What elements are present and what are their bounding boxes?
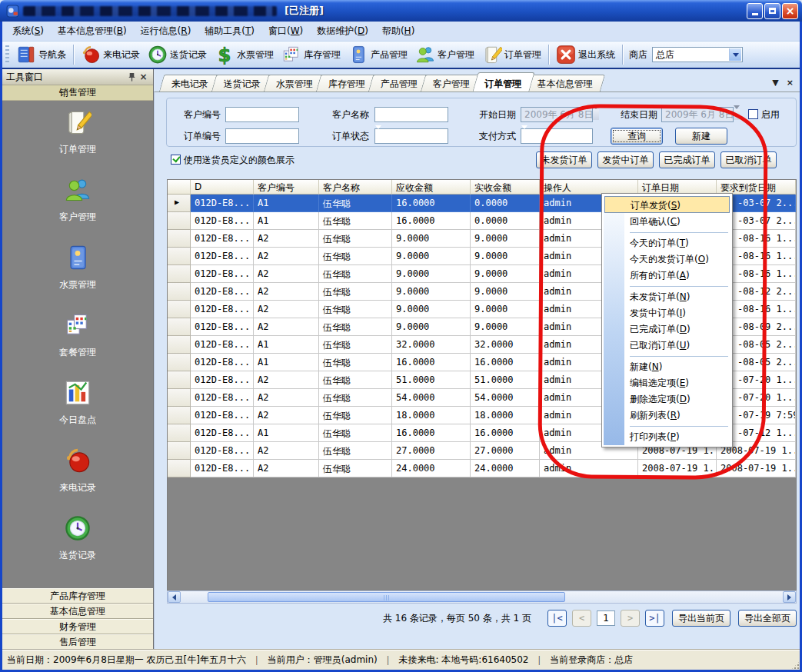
minimize-icon[interactable]	[747, 3, 763, 19]
column-header[interactable]: 客户名称	[319, 180, 392, 195]
context-menu-item-已完成订单[interactable]: 已完成订单(D)	[604, 321, 730, 338]
row-selector-cell[interactable]: ▶	[168, 195, 191, 212]
cell-customer_no[interactable]: A2	[254, 318, 319, 336]
context-menu-item-打印列表[interactable]: 打印列表(P)	[604, 429, 730, 445]
cell-received[interactable]: 51.0000	[471, 371, 540, 389]
sidebar-item-送货记录[interactable]: 送货记录	[2, 514, 153, 582]
toolbar-button-card[interactable]: 产品管理	[344, 43, 411, 66]
cell-id[interactable]: 012D-E8...	[191, 424, 254, 442]
status-filter-button-已取消订单[interactable]: 已取消订单	[720, 151, 777, 168]
cell-customer_no[interactable]: A2	[254, 248, 319, 265]
menu-item-t[interactable]: 辅助工具(T)	[198, 22, 261, 41]
toolbar-button-exit[interactable]: 退出系统	[552, 43, 619, 66]
row-selector-cell[interactable]	[168, 318, 191, 336]
cell-id[interactable]: 012D-E8...	[191, 460, 254, 477]
cell-customer_name[interactable]: 伍华聪	[319, 283, 392, 301]
scrollbar-thumb[interactable]	[208, 592, 565, 602]
cell-customer_no[interactable]: A2	[254, 389, 319, 407]
prev-page-button[interactable]: <	[572, 610, 591, 627]
toolbar-grip[interactable]	[5, 45, 9, 64]
customer-no-input[interactable]	[225, 107, 299, 122]
cell-receivable[interactable]: 16.0000	[392, 354, 471, 371]
cell-customer_no[interactable]: A2	[254, 230, 319, 248]
cell-receivable[interactable]: 9.0000	[392, 318, 471, 336]
cell-id[interactable]: 012D-E8...	[191, 389, 254, 407]
cell-customer_name[interactable]: 伍华聪	[319, 230, 392, 248]
menu-item-h[interactable]: 帮助(H)	[375, 22, 421, 41]
cell-customer_name[interactable]: 伍华聪	[319, 442, 392, 460]
cell-receivable[interactable]: 54.0000	[392, 389, 471, 407]
cell-received[interactable]: 9.0000	[471, 301, 540, 318]
toolbar-button-dollar[interactable]: $水票管理	[211, 43, 278, 66]
first-page-button[interactable]: |<	[547, 610, 567, 627]
sidebar-section-财务管理[interactable]: 财务管理	[2, 619, 153, 634]
sidebar-section-基本信息管理[interactable]: 基本信息管理	[2, 604, 153, 619]
last-page-button[interactable]: >|	[645, 610, 664, 627]
cell-customer_no[interactable]: A2	[254, 283, 319, 301]
cell-customer_name[interactable]: 伍华聪	[319, 407, 392, 424]
sidebar-item-订单管理[interactable]: 订单管理	[2, 108, 153, 176]
menu-item-b[interactable]: 基本信息管理(B)	[51, 22, 134, 41]
cell-received[interactable]: 16.0000	[471, 354, 540, 371]
cell-receivable[interactable]: 27.0000	[392, 442, 471, 460]
cell-received[interactable]: 54.0000	[471, 389, 540, 407]
cell-customer_name[interactable]: 伍华聪	[319, 301, 392, 318]
column-header[interactable]: 客户编号	[254, 180, 319, 195]
row-selector-cell[interactable]	[168, 389, 191, 407]
sidebar-item-水票管理[interactable]: 水票管理	[2, 244, 153, 311]
row-selector-cell[interactable]	[168, 230, 191, 248]
cell-receivable[interactable]: 9.0000	[392, 248, 471, 265]
cell-id[interactable]: 012D-E8...	[191, 407, 254, 424]
context-menu-item-删除选定项[interactable]: 删除选定项(D)	[604, 391, 730, 408]
menu-item-s[interactable]: 系统(S)	[5, 22, 51, 41]
cell-received[interactable]: 9.0000	[471, 318, 540, 336]
row-selector-cell[interactable]	[168, 424, 191, 442]
status-filter-button-已完成订单[interactable]: 已完成订单	[659, 151, 715, 168]
sidebar-item-来电记录[interactable]: 来电记录	[2, 447, 153, 514]
chevron-down-icon[interactable]	[375, 125, 381, 140]
context-menu-item-刷新列表[interactable]: 刷新列表(R)	[604, 408, 730, 424]
cell-id[interactable]: 012D-E8...	[191, 195, 254, 212]
export-current-page-button[interactable]: 导出当前页	[672, 610, 730, 627]
cell-receivable[interactable]: 16.0000	[392, 212, 471, 230]
checkbox-icon[interactable]	[748, 109, 758, 119]
horizontal-scrollbar[interactable]	[167, 590, 797, 604]
row-selector-cell[interactable]	[168, 407, 191, 424]
toolbar-button-bell[interactable]: 来电记录	[77, 43, 144, 66]
cell-customer_name[interactable]: 伍华聪	[319, 424, 392, 442]
cell-received[interactable]: 16.0000	[471, 424, 540, 442]
cell-id[interactable]: 012D-E8...	[191, 371, 254, 389]
row-selector-cell[interactable]	[168, 212, 191, 230]
cell-id[interactable]: 012D-E8...	[191, 212, 254, 230]
context-menu-item-编辑选定项[interactable]: 编辑选定项(E)	[604, 375, 730, 391]
sidebar-item-套餐管理[interactable]: 套餐管理	[2, 311, 153, 379]
cell-customer_name[interactable]: 伍华聪	[319, 195, 392, 212]
cell-received[interactable]: 18.0000	[471, 407, 540, 424]
cell-id[interactable]: 012D-E8...	[191, 265, 254, 283]
tab-基本信息管理[interactable]: 基本信息管理	[525, 75, 605, 91]
cell-customer_name[interactable]: 伍华聪	[319, 265, 392, 283]
close-icon[interactable]: ×	[138, 72, 149, 83]
new-button[interactable]: 新建	[675, 128, 727, 145]
sidebar-item-今日盘点[interactable]: 今日盘点	[2, 379, 153, 447]
maximize-icon[interactable]	[764, 3, 780, 19]
cell-customer_name[interactable]: 伍华聪	[319, 212, 392, 230]
cell-id[interactable]: 012D-E8...	[191, 283, 254, 301]
cell-customer_name[interactable]: 伍华聪	[319, 336, 392, 354]
column-header[interactable]: 应收金额	[392, 180, 471, 195]
toolbar-button-book[interactable]: 导航条	[12, 43, 70, 66]
column-header[interactable]: D	[191, 180, 254, 195]
cell-received[interactable]: 9.0000	[471, 230, 540, 248]
dropdown-icon[interactable]: ▼	[772, 78, 778, 88]
cell-receivable[interactable]: 51.0000	[392, 371, 471, 389]
order-no-input[interactable]	[225, 128, 299, 144]
cell-customer_name[interactable]: 伍华聪	[319, 354, 392, 371]
sidebar-section-售后管理[interactable]: 售后管理	[2, 634, 153, 650]
chevron-down-icon[interactable]	[593, 109, 599, 120]
cell-customer_name[interactable]: 伍华聪	[319, 371, 392, 389]
cell-customer_name[interactable]: 伍华聪	[319, 460, 392, 477]
context-menu-item-未发货订单[interactable]: 未发货订单(N)	[604, 289, 730, 305]
chevron-down-icon[interactable]	[734, 109, 740, 120]
cell-receivable[interactable]: 9.0000	[392, 283, 471, 301]
checkbox-checked-icon[interactable]	[171, 155, 181, 165]
